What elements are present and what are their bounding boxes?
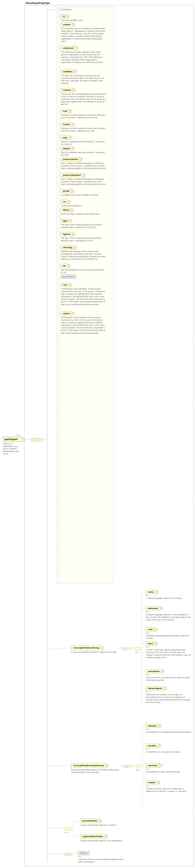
connector-line — [59, 313, 61, 314]
expand-icon[interactable]: + — [155, 642, 158, 645]
expand-icon[interactable]: − — [22, 438, 24, 441]
attribute-literal[interactable]: literal+A free-text value assigned as pr… — [61, 208, 109, 215]
organisation-details-element[interactable]: organisationDetails+ A group of properti… — [80, 834, 122, 842]
expand-icon[interactable]: + — [156, 591, 158, 593]
element-facet[interactable]: facet+0..∞In NAR 1.8 and later, facet is… — [146, 642, 191, 659]
expand-icon[interactable]: + — [69, 284, 72, 286]
attribute-name: dir — [61, 264, 68, 268]
occurrence-badge: 0..∞ — [146, 768, 191, 770]
attribute-name: creatoruri — [61, 46, 75, 50]
expand-icon[interactable]: + — [164, 687, 167, 690]
any-other-element[interactable]: ##other 0..∞ Extension point for provide… — [78, 851, 124, 863]
element-desc: A group of properties specific to a pers… — [80, 824, 116, 826]
attribute-xml-lang[interactable]: xml:lang+Specifies the language of this … — [61, 245, 109, 260]
element-narrower[interactable]: narrower+0..∞An identifier of a more spe… — [146, 763, 191, 773]
expand-icon[interactable]: + — [74, 246, 77, 249]
attribute-desc: Why the metadata has been included - exp… — [61, 151, 109, 156]
attribute-qcode[interactable]: qcode+A qualified code which identifies … — [61, 189, 109, 196]
expand-icon[interactable]: + — [155, 628, 157, 631]
concept-definition-group[interactable]: ConceptDefinitionGroup− A group of prope… — [71, 645, 117, 653]
expand-icon[interactable]: + — [99, 819, 102, 823]
occurrence-badge: 0..∞ — [146, 632, 191, 634]
element-hierarchyinfo[interactable]: hierarchyInfo+0..∞Represents the positio… — [146, 686, 191, 704]
attribute-uri[interactable]: uri+A URI which identifies a — [61, 199, 109, 207]
choice-connector — [135, 763, 141, 769]
attribute-custom[interactable]: custom+If set to true the corresponding … — [61, 88, 109, 105]
expand-icon[interactable]: − — [101, 647, 104, 649]
attribute-how[interactable]: how+Indicates by which means the value w… — [61, 109, 109, 119]
root-element[interactable]: 0..∞ participant− A person or organisati… — [3, 437, 22, 455]
attribute-name: id — [61, 14, 67, 19]
connector-line — [24, 439, 31, 439]
attribute-any---other[interactable]: any ##other — [61, 275, 109, 279]
element-remoteinfo[interactable]: remoteInfo+0..∞A link to an item or a we… — [146, 669, 191, 681]
expand-icon[interactable]: + — [67, 265, 70, 268]
expand-icon[interactable]: + — [105, 835, 108, 838]
collapse-icon[interactable] — [59, 8, 62, 11]
attribute-whyuri[interactable]: whyuri+Why the metadata has been include… — [61, 146, 109, 156]
expand-icon[interactable]: + — [157, 781, 160, 784]
element-related[interactable]: related+0..∞A related concept, where the… — [146, 780, 191, 793]
expand-icon[interactable]: + — [75, 47, 78, 50]
element-name[interactable]: name+0..∞A natural language name for the… — [146, 590, 191, 599]
attribute-pubconstrainturi[interactable]: pubconstrainturi+One or many constraints… — [61, 173, 109, 185]
connector-line — [142, 783, 146, 783]
expand-icon[interactable]: + — [72, 123, 75, 126]
expand-icon[interactable]: + — [161, 670, 164, 673]
element-sameas[interactable]: sameAs+0..∞An identifier of a concept wi… — [146, 724, 191, 733]
attribute-desc: A URI which identifies a — [61, 205, 109, 207]
attribute-creatoruri[interactable]: creatoruri+If the attribute is empty, sp… — [61, 46, 109, 64]
choice-connector — [64, 826, 72, 831]
expand-icon[interactable]: + — [72, 147, 75, 150]
expand-icon[interactable]: + — [67, 15, 69, 18]
expand-icon[interactable]: + — [71, 209, 73, 212]
attribute-why[interactable]: why+Why the metadata has been included -… — [61, 135, 109, 146]
attribute-howuri[interactable]: howuri+Indicates by which means the valu… — [61, 122, 109, 132]
attribute-role[interactable]: role+A refinement of the semantics of th… — [61, 283, 109, 306]
connector-line — [59, 71, 61, 72]
concept-relationships-group[interactable]: ConceptRelationshipsGroup− A group of pr… — [71, 763, 119, 774]
occurrence-badge: 0..∞ — [146, 594, 191, 596]
expand-icon[interactable]: + — [158, 724, 161, 727]
expand-icon[interactable]: + — [71, 190, 74, 192]
expand-icon[interactable]: + — [83, 174, 86, 177]
connector-line — [142, 629, 146, 630]
expand-icon[interactable]: + — [72, 23, 75, 26]
connector-line — [116, 648, 122, 648]
attribute-creator[interactable]: creator+If the property value is not def… — [61, 22, 109, 43]
person-details-element[interactable]: personDetails+ A group of properties spe… — [80, 818, 116, 826]
expand-icon[interactable]: + — [72, 312, 74, 315]
expand-icon[interactable]: − — [105, 764, 108, 767]
element-name: name — [146, 590, 156, 594]
attribute-desc: Specifies the language of this property … — [61, 250, 109, 260]
expand-icon[interactable]: + — [69, 219, 72, 222]
attribute-modified[interactable]: modified+The date (and, optionally, the … — [61, 69, 109, 85]
expand-icon[interactable]: + — [69, 136, 72, 139]
expand-icon[interactable]: + — [79, 158, 83, 161]
attribute-typeuri[interactable]: typeuri+The type of the concept assigned… — [61, 232, 109, 242]
connector-line — [59, 16, 61, 17]
connector-line — [142, 688, 146, 689]
expand-icon[interactable]: + — [160, 607, 163, 610]
attribute-roleuri[interactable]: roleuri+A refinement of the semantics of… — [61, 311, 109, 334]
element-broader[interactable]: broader+0..∞An identifier of a more gene… — [146, 744, 191, 753]
connector-line — [73, 821, 80, 821]
expand-icon[interactable]: + — [158, 744, 161, 747]
expand-icon[interactable]: + — [67, 200, 70, 203]
attribute-pubconstraint[interactable]: pubconstraint+One or many constraints th… — [61, 157, 109, 169]
element-note[interactable]: note+0..∞Additional natural language inf… — [146, 627, 191, 640]
expand-icon[interactable]: + — [159, 764, 162, 767]
attribute-id[interactable]: id+The local identifier of the — [61, 14, 109, 22]
sequence-connector: • • • — [31, 437, 42, 442]
element-definition[interactable]: definition+0..∞A natural language defini… — [146, 606, 191, 621]
expand-icon[interactable]: + — [74, 70, 77, 73]
attribute-name: role — [61, 283, 69, 287]
element-desc: A group of properties specific to an org… — [80, 839, 122, 842]
expand-icon[interactable]: + — [72, 233, 75, 236]
attribute-type[interactable]: type+The type of the concept assigned as… — [61, 219, 109, 228]
expand-icon[interactable]: + — [69, 110, 72, 113]
attribute-dir[interactable]: dir+The directionality of textual conten… — [61, 264, 109, 274]
element-name: narrower — [146, 763, 160, 768]
connector-line — [142, 609, 146, 609]
expand-icon[interactable]: + — [72, 89, 75, 92]
